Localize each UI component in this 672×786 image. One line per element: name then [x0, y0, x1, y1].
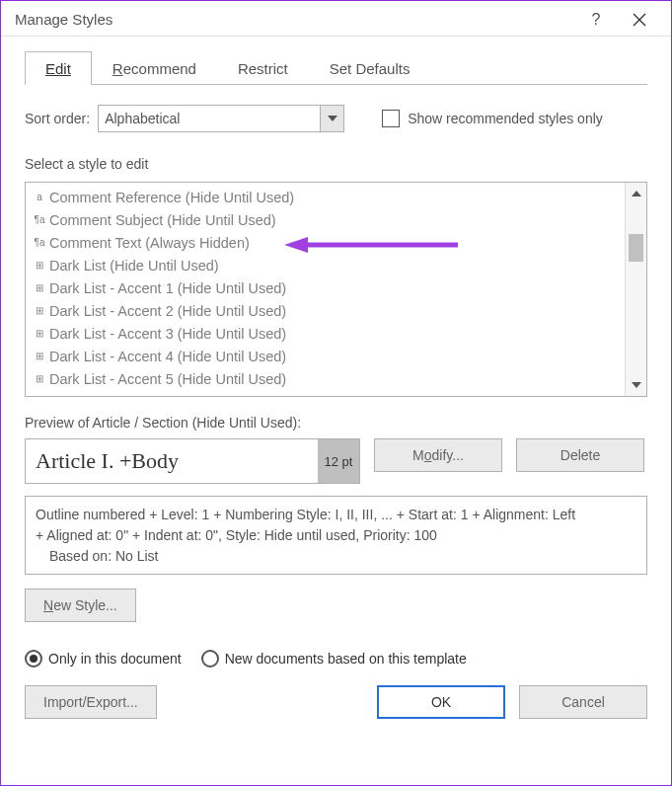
para-style-icon: ⊞: [32, 372, 47, 387]
para-style-icon: ¶a: [32, 213, 47, 228]
sort-order-value[interactable]: [98, 105, 344, 132]
style-item-name: Dark List - Accent 6 (Hide Until Used): [49, 392, 286, 396]
show-recommended-checkbox[interactable]: Show recommended styles only: [382, 110, 603, 127]
char-style-icon: a: [32, 191, 47, 205]
style-item-name: Dark List (Hide Until Used): [49, 256, 219, 276]
chevron-down-icon: [632, 382, 641, 388]
style-item-name: Dark List - Accent 3 (Hide Until Used): [49, 324, 286, 345]
scroll-down-button[interactable]: [626, 374, 646, 396]
cancel-button[interactable]: Cancel: [519, 685, 647, 719]
para-style-icon: ⊞: [32, 281, 47, 296]
style-item-name: Dark List - Accent 2 (Hide Until Used): [49, 301, 286, 322]
preview-text: Article I. +Body: [26, 439, 318, 483]
desc-based-on: Based on: No List: [36, 546, 636, 567]
preview-label: Preview of Article / Section (Hide Until…: [25, 415, 647, 431]
tab-recommend[interactable]: Recommend: [92, 51, 217, 85]
scroll-thumb[interactable]: [629, 234, 643, 262]
scope-radio-group: Only in this document New documents base…: [25, 650, 647, 668]
para-style-icon: ⊞: [32, 327, 47, 342]
style-item-name: Comment Subject (Hide Until Used): [49, 210, 276, 231]
scope-new-docs-template[interactable]: New documents based on this template: [201, 650, 467, 668]
chevron-down-icon: [328, 116, 337, 121]
style-list-item[interactable]: ⊞Dark List - Accent 4 (Hide Until Used): [28, 346, 623, 368]
para-style-icon: ⊞: [32, 395, 47, 396]
style-item-name: Comment Reference (Hide Until Used): [49, 188, 294, 208]
show-recommended-label: Show recommended styles only: [408, 111, 603, 126]
close-icon: [633, 13, 646, 27]
tab-edit[interactable]: Edit: [25, 51, 92, 85]
style-list-item[interactable]: ¶aComment Subject (Hide Until Used): [28, 209, 623, 232]
style-list-item[interactable]: aComment Reference (Hide Until Used): [28, 187, 623, 209]
delete-button[interactable]: Delete: [516, 438, 644, 472]
title-bar: Manage Styles ?: [1, 1, 671, 37]
style-list-item[interactable]: ⊞Dark List - Accent 1 (Hide Until Used): [28, 277, 623, 300]
import-export-button[interactable]: Import/Export...: [25, 685, 157, 719]
radio-unchecked-icon: [201, 650, 219, 668]
new-style-button[interactable]: New Style...: [25, 589, 136, 622]
style-list-item[interactable]: ⊞Dark List - Accent 6 (Hide Until Used): [28, 391, 623, 396]
preview-box: Article I. +Body 12 pt: [25, 438, 360, 484]
tab-bar: Edit Recommend Restrict Set Defaults: [25, 50, 647, 85]
help-button[interactable]: ?: [574, 5, 618, 35]
chevron-up-icon: [632, 191, 641, 196]
style-list[interactable]: aComment Reference (Hide Until Used)¶aCo…: [25, 182, 647, 397]
style-list-item[interactable]: ⊞Dark List - Accent 2 (Hide Until Used): [28, 300, 623, 323]
sort-order-select[interactable]: [98, 105, 344, 132]
para-style-icon: ⊞: [32, 304, 47, 319]
tab-set-defaults[interactable]: Set Defaults: [309, 51, 431, 85]
preview-font-size: 12 pt: [318, 439, 359, 483]
tab-restrict[interactable]: Restrict: [217, 51, 309, 85]
window-title: Manage Styles: [15, 11, 112, 28]
para-style-icon: ¶a: [32, 236, 47, 251]
style-description: Outline numbered + Level: 1 + Numbering …: [25, 496, 647, 575]
style-list-scrollbar[interactable]: [625, 183, 646, 396]
style-list-item[interactable]: ¶aComment Text (Always Hidden): [28, 232, 623, 255]
select-style-label: Select a style to edit: [25, 156, 647, 172]
ok-button[interactable]: OK: [377, 685, 505, 719]
radio-checked-icon: [25, 650, 42, 668]
style-list-item[interactable]: ⊞Dark List - Accent 5 (Hide Until Used): [28, 368, 623, 391]
close-button[interactable]: [618, 5, 661, 35]
style-item-name: Dark List - Accent 5 (Hide Until Used): [49, 369, 286, 390]
para-style-icon: ⊞: [32, 350, 47, 364]
checkbox-icon: [382, 110, 400, 127]
style-list-item[interactable]: ⊞Dark List - Accent 3 (Hide Until Used): [28, 323, 623, 346]
style-item-name: Comment Text (Always Hidden): [49, 233, 250, 254]
desc-line-1: Outline numbered + Level: 1 + Numbering …: [36, 505, 636, 525]
style-item-name: Dark List - Accent 4 (Hide Until Used): [49, 347, 286, 367]
scope-only-this-doc[interactable]: Only in this document: [25, 650, 182, 668]
scroll-up-button[interactable]: [626, 183, 646, 204]
desc-line-2: + Aligned at: 0" + Indent at: 0", Style:…: [36, 525, 636, 546]
para-style-icon: ⊞: [32, 259, 47, 274]
style-item-name: Dark List - Accent 1 (Hide Until Used): [49, 278, 286, 299]
modify-button[interactable]: Modify...: [374, 438, 502, 472]
sort-order-dropdown-button[interactable]: [320, 106, 343, 131]
sort-order-label: Sort order:: [25, 111, 90, 126]
style-list-item[interactable]: ⊞Dark List (Hide Until Used): [28, 255, 623, 277]
